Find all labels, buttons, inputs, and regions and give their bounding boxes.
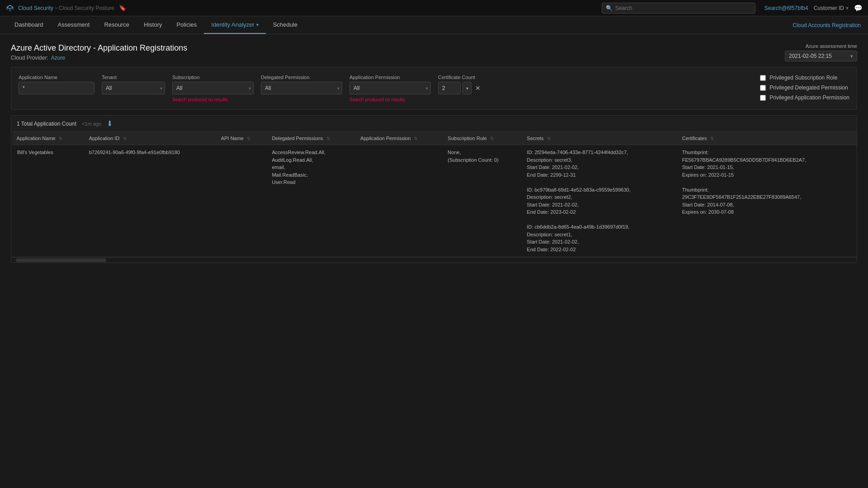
azure-time-label: Azure assessment time [806,43,857,49]
cell-app-id: b7269241-90a6-49f0-9fa4-e91e0fbb9180 [85,145,217,257]
col-header-app-perms[interactable]: Application Permission ⇅ [356,132,443,145]
filter-tenant-wrapper: All [102,82,165,94]
col-header-api-name[interactable]: API Name ⇅ [217,132,268,145]
sort-certs-icon: ⇅ [710,136,714,141]
filter-cert-count-label: Certificate Count [438,75,501,80]
search-input[interactable] [615,5,751,11]
filter-application-permission: Application Permission All Search produc… [349,75,431,102]
customer-id[interactable]: Customer ID ▾ [814,5,849,11]
cell-delegated-perms: AccessReview.Read.All, AuditLog.Read.All… [267,145,356,257]
filter-app-name-input[interactable] [19,82,94,94]
filter-tenant-label: Tenant [102,75,165,80]
cert-count-up-icon[interactable]: ▾ [462,82,472,94]
sort-sub-role-icon: ⇅ [490,136,494,141]
filter-subscription-select[interactable]: All [172,82,254,94]
time-ago: <1m ago [82,121,101,127]
col-header-app-name[interactable]: Application Name ⇅ [12,132,85,145]
priv-delegated-check[interactable]: Privileged Delegated Permission [760,84,849,91]
azure-time-dropdown[interactable]: 2021-02-05 22:15 ▾ [785,51,857,61]
chevron-down-icon: ▾ [846,5,849,11]
priv-sub-role-check[interactable]: Privileged Subscription Role [760,75,849,81]
data-table: Application Name ⇅ Application ID ⇅ API … [11,132,857,257]
navbar: Dashboard Assessment Resource History Po… [0,16,868,34]
user-email: Search@6f57bfb4 [764,5,808,11]
nav-dashboard[interactable]: Dashboard [7,16,51,34]
nav-assessment[interactable]: Assessment [51,16,97,34]
search-bar: 🔍 [602,3,755,14]
bookmark-icon[interactable]: 🔖 [119,5,126,11]
filter-delegated-perm-wrapper: All [261,82,342,94]
messages-icon[interactable]: 💬 [854,4,863,12]
filter-cert-count-input[interactable] [438,82,461,94]
filter-app-perm-select[interactable]: All [349,82,431,94]
cell-certs: Thumbprint: FE56797BBACA9289B5C9A5DD5B7D… [678,145,857,257]
filter-tenant-select[interactable]: All [102,82,165,94]
search-icon: 🔍 [606,5,613,11]
priv-delegated-label: Privileged Delegated Permission [769,84,848,91]
sort-api-name-icon: ⇅ [247,136,250,141]
filter-cert-count: Certificate Count ▾ ✕ [438,75,501,94]
priv-app-perm-check[interactable]: Privileged Application Permission [760,94,849,101]
cert-count-clear-button[interactable]: ✕ [473,84,482,92]
priv-app-perm-label: Privileged Application Permission [769,94,849,101]
table-body: Bill's Vegetables b7269241-90a6-49f0-9fa… [12,145,857,257]
priv-sub-role-checkbox[interactable] [760,75,766,81]
breadcrumb-root[interactable]: Cloud Security [18,5,53,11]
identity-analyzer-chevron-icon: ▾ [256,22,259,27]
filter-app-perm-label: Application Permission [349,75,431,80]
filter-app-name-label: Application Name [19,75,94,80]
priv-app-perm-checkbox[interactable] [760,95,766,101]
cell-sub-role: None, (Subscription Count: 0) [443,145,522,257]
filter-tenant: Tenant All [102,75,165,94]
sort-app-id-icon: ⇅ [123,136,127,141]
col-header-delegated-perms[interactable]: Delegated Permissions ⇅ [267,132,356,145]
nav-resource[interactable]: Resource [97,16,137,34]
page-title: Azure Active Directory - Application Reg… [11,43,187,53]
filter-delegated-perm-select[interactable]: All [261,82,342,94]
table-head: Application Name ⇅ Application ID ⇅ API … [12,132,857,145]
col-header-certs[interactable]: Certificates ⇅ [678,132,857,145]
cloud-provider: Cloud Provider: Azure [11,55,187,61]
filter-subscription-error: Search produced no results. [172,97,254,102]
filter-app-perm-error: Search produced no results. [349,97,431,102]
horizontal-scrollbar[interactable] [11,257,857,263]
topbar: Cloud Security › Cloud Security Posture … [0,0,868,16]
page-header: Azure Active Directory - Application Reg… [0,34,868,67]
nav-schedule[interactable]: Schedule [266,16,305,34]
breadcrumb: Cloud Security › Cloud Security Posture … [18,5,126,11]
sort-delegated-perms-icon: ⇅ [326,136,330,141]
sort-secrets-icon: ⇅ [547,136,551,141]
cell-api-name [217,145,268,257]
navbar-right: Cloud Accounts Registration [793,16,861,34]
cell-app-perms [356,145,443,257]
azure-time-chevron-icon: ▾ [850,53,853,59]
filter-subscription: Subscription All Search produced no resu… [172,75,254,102]
topbar-right: Search@6f57bfb4 Customer ID ▾ 💬 [764,4,863,12]
azure-time-value: 2021-02-05 22:15 [789,53,832,59]
horizontal-scrollbar-thumb[interactable] [16,258,106,262]
table-scroll[interactable]: Application Name ⇅ Application ID ⇅ API … [11,132,857,257]
breadcrumb-separator: › [55,5,57,11]
filter-app-perm-wrapper: All [349,82,431,94]
nav-history[interactable]: History [137,16,169,34]
table-header-row: Application Name ⇅ Application ID ⇅ API … [12,132,857,145]
breadcrumb-current: Cloud Security Posture [59,5,114,11]
filter-subscription-label: Subscription [172,75,254,80]
table-row: Bill's Vegetables b7269241-90a6-49f0-9fa… [12,145,857,257]
cloud-accounts-link[interactable]: Cloud Accounts Registration [793,22,861,28]
filter-cert-count-row: ▾ ✕ [438,82,501,94]
nav-identity-analyzer[interactable]: Identity Analyzer ▾ [204,16,265,34]
priv-delegated-checkbox[interactable] [760,85,766,91]
cell-app-name: Bill's Vegetables [12,145,85,257]
total-count: 1 Total Application Count [17,121,76,127]
col-header-app-id[interactable]: Application ID ⇅ [85,132,217,145]
col-header-secrets[interactable]: Secrets ⇅ [522,132,677,145]
filter-delegated-permission: Delegated Permission All [261,75,342,94]
col-header-sub-role[interactable]: Subscription Role ⇅ [443,132,522,145]
table-section: 1 Total Application Count <1m ago ⬇ Appl… [11,115,857,263]
filter-delegated-perm-label: Delegated Permission [261,75,342,80]
privilege-checks: Privileged Subscription Role Privileged … [760,75,849,101]
download-icon[interactable]: ⬇ [107,119,113,128]
filter-subscription-wrapper: All [172,82,254,94]
nav-policies[interactable]: Policies [170,16,204,34]
